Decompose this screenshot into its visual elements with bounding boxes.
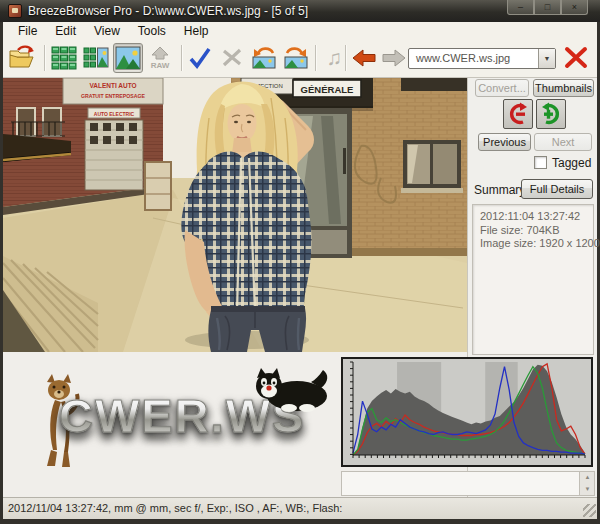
green-plus-arrow-icon	[539, 102, 563, 126]
next-button: Next	[534, 133, 592, 151]
resize-grip[interactable]	[583, 504, 596, 517]
tag-check-icon	[187, 45, 213, 71]
toolbar-separator	[345, 45, 346, 71]
rotate-right-icon	[282, 45, 310, 71]
thumbnail-view-button[interactable]	[49, 43, 79, 73]
raw-icon: RAW	[147, 45, 173, 71]
svg-text:RAW: RAW	[151, 61, 170, 70]
menu-view[interactable]: View	[85, 22, 129, 40]
tag-button[interactable]	[185, 43, 215, 73]
delete-button[interactable]	[561, 43, 591, 73]
open-folder-button[interactable]	[6, 43, 36, 73]
image-view-icon	[115, 46, 141, 70]
status-text: 2012/11/04 13:27:42, mm @ mm, sec f/, Ex…	[8, 502, 342, 514]
convert-button: Convert...	[475, 79, 529, 97]
toolbar: RAW	[3, 40, 597, 78]
filename-combo-value: www.CWER.ws.jpg	[409, 49, 538, 68]
title-bar[interactable]: BreezeBrowser Pro - D:\www.CWER.ws.jpg -…	[0, 0, 600, 22]
menu-edit[interactable]: Edit	[46, 22, 85, 40]
music-note-icon: ♫	[326, 44, 342, 72]
next-image-button	[379, 43, 409, 73]
toolbar-separator	[44, 45, 45, 71]
window-controls: – □ ×	[507, 0, 588, 15]
untag-button	[217, 43, 247, 73]
scroll-up-icon[interactable]: ▲	[580, 472, 595, 484]
summary-datetime: 2012:11:04 13:27:42	[480, 210, 593, 224]
window-title: BreezeBrowser Pro - D:\www.CWER.ws.jpg -…	[28, 0, 308, 22]
menu-bar: File Edit View Tools Help	[3, 22, 597, 40]
zoom-out-button[interactable]	[503, 99, 533, 129]
chevron-down-icon[interactable]: ▼	[538, 49, 555, 68]
previous-button[interactable]: Previous	[478, 133, 531, 151]
toolbar-separator	[315, 45, 316, 71]
scroll-down-icon[interactable]: ▼	[580, 484, 595, 496]
tagged-label: Tagged	[552, 156, 591, 170]
toolbar-separator	[181, 45, 182, 71]
histogram-chart	[343, 359, 591, 465]
tagged-checkbox[interactable]	[534, 156, 547, 169]
main-image[interactable]: INJECTION GÉNÉRALE	[3, 78, 467, 352]
thumbnail-grid-icon	[51, 45, 77, 71]
thumbnails-button[interactable]: Thumbnails	[533, 79, 594, 97]
untag-cross-icon	[219, 45, 245, 71]
rotate-left-button[interactable]	[249, 43, 279, 73]
app-window: BreezeBrowser Pro - D:\www.CWER.ws.jpg -…	[0, 0, 600, 524]
menu-tools[interactable]: Tools	[129, 22, 175, 40]
app-icon	[8, 4, 22, 18]
zoom-in-button[interactable]	[536, 99, 566, 129]
summary-filesize: File size: 704KB	[480, 224, 593, 238]
summary-box: 2012:11:04 13:27:42 File size: 704KB Ima…	[472, 204, 594, 355]
menu-file[interactable]: File	[9, 22, 46, 40]
split-view-button[interactable]	[81, 43, 111, 73]
red-minus-arrow-icon	[506, 102, 530, 126]
rotate-right-button[interactable]	[281, 43, 311, 73]
comment-scrollbar[interactable]: ▲ ▼	[579, 472, 594, 495]
forward-arrow-icon	[381, 47, 407, 69]
client-area: File Edit View Tools Help	[3, 22, 597, 519]
delete-x-icon	[562, 45, 590, 71]
open-folder-icon	[7, 45, 35, 71]
image-view-button[interactable]	[113, 43, 143, 73]
split-view-icon	[83, 45, 109, 71]
back-arrow-icon	[351, 47, 377, 69]
sylvester-cat-mascot	[245, 366, 329, 414]
comment-box[interactable]: ▲ ▼	[341, 471, 595, 496]
close-button[interactable]: ×	[561, 0, 588, 15]
menu-help[interactable]: Help	[175, 22, 218, 40]
cwer-logo: CWER.WS	[17, 366, 347, 478]
full-details-button[interactable]: Full Details	[521, 179, 593, 199]
histogram-panel	[341, 357, 593, 467]
status-bar: 2012/11/04 13:27:42, mm @ mm, sec f/, Ex…	[3, 497, 597, 519]
maximize-button[interactable]: □	[534, 0, 561, 15]
minimize-button[interactable]: –	[507, 0, 534, 15]
filename-combobox[interactable]: www.CWER.ws.jpg ▼	[408, 48, 556, 69]
rotate-left-icon	[250, 45, 278, 71]
previous-image-button[interactable]	[349, 43, 379, 73]
raw-view-button: RAW	[145, 43, 175, 73]
summary-imagesize: Image size: 1920 x 1200	[480, 237, 593, 251]
